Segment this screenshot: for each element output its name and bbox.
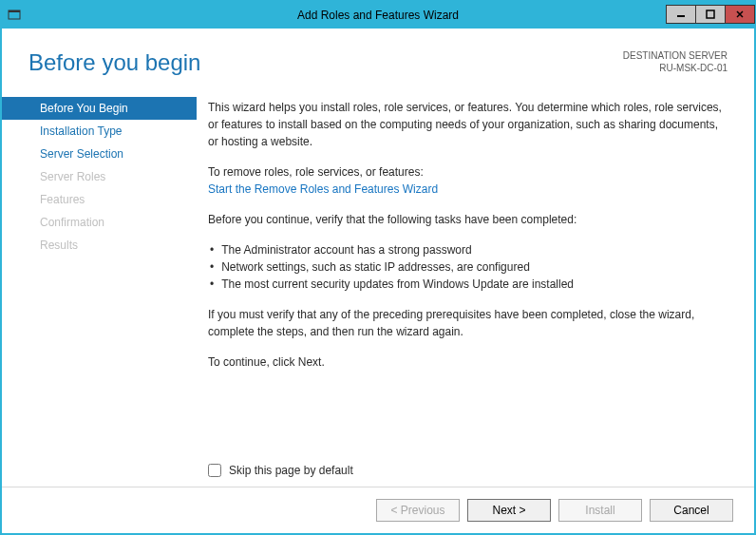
titlebar: Add Roles and Features Wizard	[2, 2, 754, 29]
nav-confirmation: Confirmation	[2, 211, 197, 234]
skip-checkbox[interactable]	[208, 464, 221, 477]
wizard-window: Add Roles and Features Wizard Before you…	[0, 0, 756, 535]
svg-rect-1	[9, 10, 20, 12]
page-title: Before you begin	[28, 49, 200, 76]
nav-features: Features	[2, 188, 197, 211]
remove-label: To remove roles, role services, or featu…	[208, 163, 728, 181]
list-item: The most current security updates from W…	[208, 276, 728, 293]
verify-label: Before you continue, verify that the fol…	[208, 211, 728, 228]
nav-results: Results	[2, 234, 197, 257]
install-button: Install	[558, 499, 642, 522]
previous-button: < Previous	[376, 499, 460, 522]
next-button[interactable]: Next >	[467, 499, 551, 522]
remove-wizard-link[interactable]: Start the Remove Roles and Features Wiza…	[208, 181, 728, 198]
list-item: Network settings, such as static IP addr…	[208, 258, 728, 276]
close-button[interactable]	[725, 5, 755, 24]
prereq-list: The Administrator account has a strong p…	[208, 241, 728, 293]
skip-row: Skip this page by default	[208, 405, 728, 479]
nav-server-selection[interactable]: Server Selection	[2, 143, 197, 165]
footer-buttons: < Previous Next > Install Cancel	[2, 487, 754, 533]
content-panel: This wizard helps you install roles, rol…	[197, 93, 731, 479]
destination-server: RU-MSK-DC-01	[623, 62, 728, 74]
destination-label: DESTINATION SERVER	[623, 49, 728, 62]
verify-note: If you must verify that any of the prece…	[208, 306, 728, 340]
nav-server-roles: Server Roles	[2, 165, 197, 188]
intro-text: This wizard helps you install roles, rol…	[208, 99, 728, 150]
window-title: Add Roles and Features Wizard	[2, 9, 754, 22]
nav-before-you-begin[interactable]: Before You Begin	[2, 97, 197, 120]
continue-note: To continue, click Next.	[208, 353, 728, 371]
app-icon	[8, 8, 21, 24]
nav-list: Before You Begin Installation Type Serve…	[2, 93, 197, 479]
svg-rect-3	[707, 10, 714, 18]
maximize-button[interactable]	[695, 5, 726, 24]
skip-label: Skip this page by default	[229, 462, 353, 479]
list-item: The Administrator account has a strong p…	[208, 241, 728, 258]
destination-block: DESTINATION SERVER RU-MSK-DC-01	[623, 49, 728, 74]
minimize-button[interactable]	[666, 5, 696, 24]
window-controls	[666, 7, 754, 24]
cancel-button[interactable]: Cancel	[650, 499, 733, 522]
header-area: Before you begin DESTINATION SERVER RU-M…	[2, 29, 754, 86]
body-area: Before You Begin Installation Type Serve…	[2, 86, 754, 487]
nav-installation-type[interactable]: Installation Type	[2, 120, 197, 143]
